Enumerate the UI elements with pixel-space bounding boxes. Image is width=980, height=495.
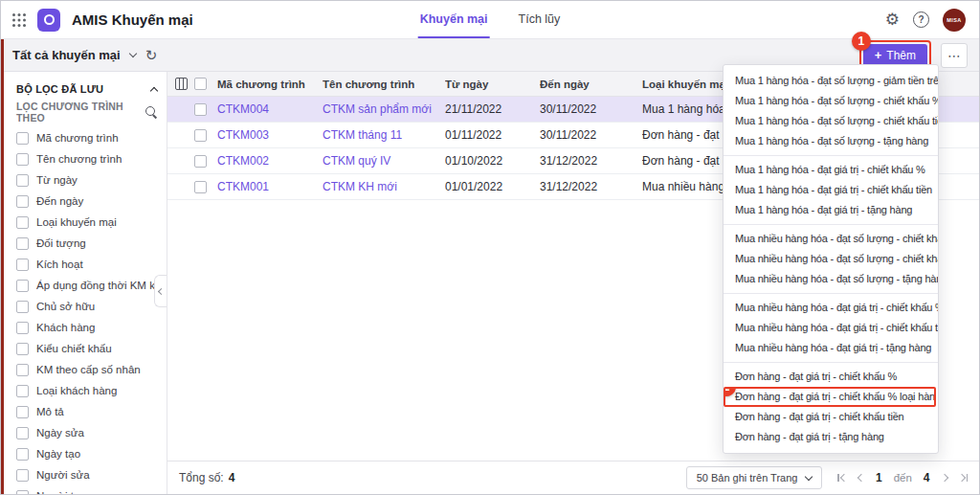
checkbox-icon[interactable] xyxy=(16,174,29,187)
filter-checkbox-item[interactable]: Áp dụng đồng thời KM khác xyxy=(16,275,157,296)
column-header-to[interactable]: Đến ngày xyxy=(540,79,642,90)
filter-checkbox-item[interactable]: Chủ sở hữu xyxy=(16,296,157,317)
filter-checkbox-item[interactable]: Người sửa xyxy=(16,464,157,485)
add-menu-item[interactable]: Mua 1 hàng hóa - đạt số lượng - chiết kh… xyxy=(724,111,938,131)
header-tabs: Khuyến mại Tích lũy xyxy=(418,1,563,38)
settings-gear-icon[interactable]: ⚙ xyxy=(885,11,900,28)
checkbox-icon[interactable] xyxy=(16,153,29,166)
more-actions-button[interactable]: ⋯ xyxy=(941,43,968,68)
add-menu-item[interactable]: Mua nhiều hàng hóa - đạt số lượng - chiế… xyxy=(724,249,938,269)
row-checkbox[interactable] xyxy=(194,129,207,142)
tab-khuyen-mai[interactable]: Khuyến mại xyxy=(418,1,490,38)
checkbox-icon[interactable] xyxy=(16,364,29,376)
pagination-prev-button[interactable] xyxy=(858,475,864,481)
add-menu-item[interactable]: Mua nhiều hàng hóa - đạt giá trị - tặng … xyxy=(724,338,938,358)
program-code-link[interactable]: CTKM003 xyxy=(217,128,323,142)
filter-checkbox-item[interactable]: KM theo cấp số nhân xyxy=(16,359,157,380)
filter-checkbox-item[interactable]: Đối tượng xyxy=(16,233,157,254)
filter-checkbox-item[interactable]: Loại khách hàng xyxy=(16,380,157,401)
pagination-last-button[interactable] xyxy=(959,474,969,482)
view-title: Tất cả khuyến mại xyxy=(12,48,121,62)
program-code-link[interactable]: CTKM004 xyxy=(217,102,323,116)
filter-label: Ngày sửa xyxy=(36,427,84,439)
add-menu-item[interactable]: Mua 1 hàng hóa - đạt số lượng - tặng hàn… xyxy=(724,131,938,151)
menu-separator xyxy=(724,293,938,294)
pagination-next-button[interactable] xyxy=(942,475,947,481)
add-menu-item[interactable]: Đơn hàng - đạt giá trị - chiết khấu % lo… xyxy=(724,387,936,407)
row-checkbox[interactable] xyxy=(194,155,207,168)
checkbox-icon[interactable] xyxy=(16,469,29,482)
chevron-down-icon xyxy=(128,50,136,57)
filter-checkbox-item[interactable]: Từ ngày xyxy=(16,169,157,191)
add-menu-item[interactable]: Mua nhiều hàng hóa - đạt số lượng - chiế… xyxy=(724,229,938,249)
add-menu-item[interactable]: Mua 1 hàng hóa - đạt số lượng - giảm tiề… xyxy=(724,71,938,91)
filter-label: Áp dụng đồng thời KM khác xyxy=(36,280,167,291)
tab-tich-luy[interactable]: Tích lũy xyxy=(517,1,563,38)
checkbox-icon[interactable] xyxy=(16,343,29,355)
filter-checkbox-item[interactable]: Kích hoạt xyxy=(16,254,157,275)
add-menu-item[interactable]: Mua nhiều hàng hóa - đạt giá trị - chiết… xyxy=(724,318,938,338)
help-icon[interactable]: ? xyxy=(913,11,929,28)
add-menu-item[interactable]: Mua 1 hàng hóa - đạt giá trị - chiết khấ… xyxy=(724,180,938,200)
add-menu-item[interactable]: Đơn hàng - đạt giá trị - tặng hàng xyxy=(724,427,938,447)
program-name-link[interactable]: CTKM tháng 11 xyxy=(323,128,445,142)
view-selector[interactable]: Tất cả khuyến mại ↻ xyxy=(12,48,157,62)
add-menu-item[interactable]: Mua 1 hàng hóa - đạt giá trị - tặng hàng xyxy=(724,200,938,220)
filter-checkbox-item[interactable]: Kiểu chiết khấu xyxy=(16,338,157,359)
add-menu-item[interactable]: Mua nhiều hàng hóa - đạt giá trị - chiết… xyxy=(724,298,938,318)
checkbox-icon[interactable] xyxy=(16,237,29,250)
checkbox-icon[interactable] xyxy=(16,406,29,418)
add-menu-item[interactable]: Đơn hàng - đạt giá trị - chiết khấu % xyxy=(724,367,938,387)
program-code-link[interactable]: CTKM002 xyxy=(217,154,323,168)
select-all-checkbox[interactable] xyxy=(194,78,207,90)
filter-checkbox-item[interactable]: Người tạo xyxy=(16,485,157,494)
filter-checkbox-item[interactable]: Mã chương trình xyxy=(16,127,157,148)
pagination-first-button[interactable] xyxy=(837,474,847,482)
sidebar-collapse-handle[interactable] xyxy=(154,275,167,307)
add-menu-item[interactable]: Mua nhiều hàng hóa - đạt số lượng - tặng… xyxy=(724,269,938,289)
filter-checkbox-item[interactable]: Tên chương trình xyxy=(16,148,157,169)
program-code-link[interactable]: CTKM001 xyxy=(217,180,323,193)
filter-label: Từ ngày xyxy=(36,174,78,186)
checkbox-icon[interactable] xyxy=(16,195,29,208)
filter-checkbox-item[interactable]: Mô tả xyxy=(16,401,157,422)
row-checkbox[interactable] xyxy=(194,181,207,193)
page-size-select[interactable]: 50 Bản ghi trên Trang xyxy=(686,466,823,489)
filter-label: Đến ngày xyxy=(36,195,83,207)
add-menu-item[interactable]: Đơn hàng - đạt giá trị - chiết khấu tiền xyxy=(724,407,938,427)
filter-checkbox-item[interactable]: Loại khuyến mại xyxy=(16,212,157,233)
row-checkbox[interactable] xyxy=(194,103,207,116)
filter-checkbox-item[interactable]: Ngày sửa xyxy=(16,422,157,443)
program-name-link[interactable]: CTKM quý IV xyxy=(323,154,445,168)
add-menu-item[interactable]: Mua 1 hàng hóa - đạt giá trị - chiết khấ… xyxy=(724,160,938,180)
checkbox-icon[interactable] xyxy=(16,427,29,439)
column-header-name[interactable]: Tên chương trình xyxy=(323,79,445,90)
page-range-label: đến xyxy=(894,472,912,484)
add-button[interactable]: + Thêm xyxy=(863,44,927,67)
filter-checkbox-item[interactable]: Đến ngày xyxy=(16,191,157,212)
search-icon[interactable] xyxy=(145,106,157,119)
add-menu-item[interactable]: Mua 1 hàng hóa - đạt số lượng - chiết kh… xyxy=(724,91,938,111)
checkbox-icon[interactable] xyxy=(16,322,29,334)
program-name-link[interactable]: CTKM KH mới xyxy=(323,180,445,193)
checkbox-icon[interactable] xyxy=(16,301,29,313)
refresh-icon[interactable]: ↻ xyxy=(145,48,158,62)
table-config-icon[interactable] xyxy=(175,78,188,90)
column-header-code[interactable]: Mã chương trình xyxy=(217,79,323,90)
saved-filters-header[interactable]: BỘ LỌC ĐÃ LƯU xyxy=(16,78,157,101)
checkbox-icon[interactable] xyxy=(16,448,29,461)
checkbox-icon[interactable] xyxy=(16,259,29,271)
filter-checkbox-item[interactable]: Ngày tạo xyxy=(16,443,157,464)
filter-checkbox-item[interactable]: Khách hàng xyxy=(16,317,157,338)
checkbox-icon[interactable] xyxy=(16,385,29,397)
checkbox-icon[interactable] xyxy=(16,280,29,292)
from-date-cell: 01/01/2022 xyxy=(445,180,540,193)
checkbox-icon[interactable] xyxy=(16,490,29,495)
apps-grid-icon[interactable] xyxy=(12,13,26,27)
filter-label: Khách hàng xyxy=(36,322,95,333)
user-avatar[interactable]: MISA xyxy=(943,9,966,32)
checkbox-icon[interactable] xyxy=(16,132,29,145)
column-header-from[interactable]: Từ ngày xyxy=(445,79,540,90)
checkbox-icon[interactable] xyxy=(16,216,29,229)
program-name-link[interactable]: CTKM sản phẩm mới xyxy=(323,102,445,116)
